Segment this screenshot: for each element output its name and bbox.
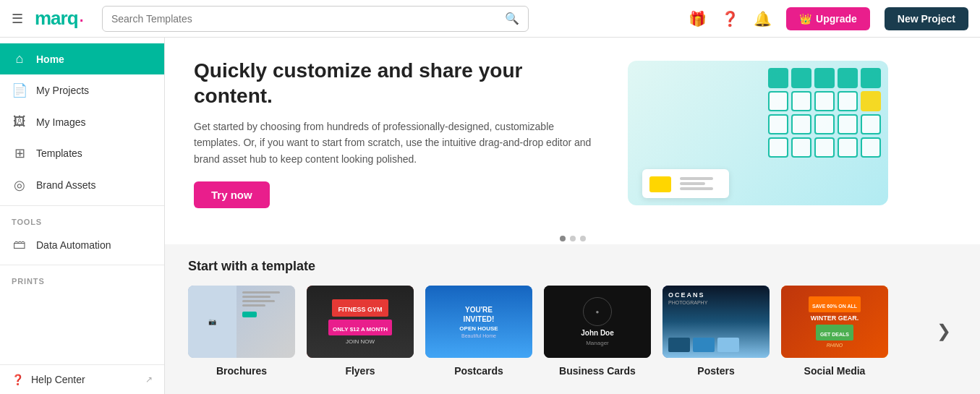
template-thumb-flyers: FITNESS GYM ONLY $12 A MONTH JOIN NOW: [307, 286, 414, 358]
grid-cell: [861, 114, 881, 134]
grid-cell: [814, 91, 835, 111]
menu-icon[interactable]: ☰: [12, 11, 23, 27]
grid-cell: [861, 68, 881, 88]
hero-banner: Quickly customize and share your content…: [165, 38, 980, 228]
sidebar-item-templates[interactable]: ⊞ Templates: [0, 137, 164, 169]
template-thumb-postcards: YOU'REINVITED! OPEN HOUSE Beautiful Home: [425, 286, 532, 358]
template-card-brochures[interactable]: 📷 Brochures: [188, 286, 295, 377]
sidebar-divider: [0, 205, 164, 206]
template-label-brochures: Brochures: [216, 365, 267, 377]
topbar: ☰ marq· 🔍 🎁 ❓ 🔔 👑 Upgrade New Project: [0, 0, 980, 38]
carousel-dot-1[interactable]: [560, 236, 566, 241]
doc-line: [680, 177, 713, 180]
grid-cell: [768, 91, 788, 111]
help-center-label: Help Center: [31, 374, 85, 385]
grid-cell: [814, 114, 835, 134]
sidebar-item-label: My Images: [36, 116, 85, 128]
grid-cell: [861, 91, 881, 111]
grid-cell: [768, 68, 788, 88]
notification-icon[interactable]: 🔔: [754, 10, 772, 27]
try-now-button[interactable]: Try now: [194, 181, 270, 208]
gift-icon[interactable]: 🎁: [689, 10, 707, 27]
scroll-next-button[interactable]: ❯: [931, 315, 957, 347]
sidebar-item-brand-assets[interactable]: ◎ Brand Assets: [0, 169, 164, 201]
images-icon: 🖼: [12, 114, 27, 129]
home-icon: ⌂: [12, 51, 27, 67]
search-input[interactable]: [111, 13, 505, 25]
upgrade-label: Upgrade: [816, 13, 857, 25]
layout: ⌂ Home 📄 My Projects 🖼 My Images ⊞ Templ…: [0, 38, 980, 394]
upgrade-icon: 👑: [799, 13, 811, 25]
template-card-flyers[interactable]: FITNESS GYM ONLY $12 A MONTH JOIN NOW Fl…: [307, 286, 414, 377]
hero-title-bold1: Quickly customize: [194, 59, 372, 82]
carousel-dot-3[interactable]: [580, 236, 586, 241]
template-thumb-brochures: 📷: [188, 286, 295, 358]
sidebar-bottom: ❓ Help Center ↗: [0, 364, 164, 394]
data-automation-icon: 🗃: [12, 237, 27, 252]
carousel-dots: [165, 228, 980, 244]
template-card-posters[interactable]: OCEANS PHOTOGRAPHY Posters: [662, 286, 770, 377]
template-scroll-wrapper: 📷 Brochures: [188, 286, 957, 377]
upgrade-button[interactable]: 👑 Upgrade: [786, 7, 870, 30]
projects-icon: 📄: [12, 82, 27, 98]
sidebar: ⌂ Home 📄 My Projects 🖼 My Images ⊞ Templ…: [0, 38, 165, 394]
templates-section-title: Start with a template: [188, 259, 957, 274]
template-label-flyers: Flyers: [345, 365, 375, 377]
search-icon[interactable]: 🔍: [505, 12, 519, 25]
grid-cell: [791, 114, 811, 134]
template-label-posters: Posters: [697, 365, 734, 377]
sidebar-nav: ⌂ Home 📄 My Projects 🖼 My Images ⊞ Templ…: [0, 38, 164, 294]
sidebar-item-help-center[interactable]: ❓ Help Center ↗: [0, 365, 164, 394]
grid-cell: [768, 114, 788, 134]
sidebar-item-label: Home: [36, 53, 64, 65]
doc-visual: [642, 169, 729, 198]
template-label-postcards: Postcards: [454, 365, 503, 377]
hero-content: Quickly customize and share your content…: [194, 58, 599, 208]
sidebar-item-label: My Projects: [36, 85, 89, 96]
brand-assets-icon: ◎: [12, 177, 27, 193]
templates-section: Start with a template 📷: [165, 244, 980, 391]
external-link-icon: ↗: [145, 374, 153, 385]
template-card-business-cards[interactable]: ● John Doe Manager Business Cards: [544, 286, 651, 377]
sidebar-item-label: Templates: [36, 147, 82, 159]
hero-title-bold2: share: [419, 59, 473, 82]
doc-line: [680, 182, 705, 185]
search-bar: 🔍: [102, 6, 529, 32]
template-card-social-media[interactable]: SAVE 60% ON ALL WINTER GEAR. GET DEALS R…: [781, 286, 888, 377]
doc-rect: [649, 176, 671, 192]
hero-description: Get started by choosing from hundreds of…: [194, 119, 599, 167]
sidebar-item-data-automation[interactable]: 🗃 Data Automation: [0, 229, 164, 260]
help-center-icon: ❓: [12, 374, 24, 385]
sidebar-item-my-projects[interactable]: 📄 My Projects: [0, 74, 164, 106]
sidebar-item-label: Brand Assets: [36, 179, 96, 191]
topbar-icons: 🎁 ❓ 🔔 👑 Upgrade New Project: [689, 7, 968, 30]
help-icon[interactable]: ❓: [721, 10, 739, 27]
template-card-postcards[interactable]: YOU'REINVITED! OPEN HOUSE Beautiful Home…: [425, 286, 532, 377]
prints-section-label: PRINTS: [0, 270, 164, 288]
grid-cell: [791, 91, 811, 111]
hero-title: Quickly customize and share your content…: [194, 58, 599, 108]
grid-cell: [838, 137, 858, 158]
grid-cell: [791, 68, 811, 88]
sidebar-item-home[interactable]: ⌂ Home: [0, 43, 164, 74]
grid-cell: [814, 137, 835, 158]
sidebar-item-my-images[interactable]: 🖼 My Images: [0, 106, 164, 137]
template-thumb-posters: OCEANS PHOTOGRAPHY: [662, 286, 770, 358]
sidebar-divider-prints: [0, 265, 164, 265]
doc-line: [680, 187, 713, 190]
grid-cell: [768, 137, 788, 158]
grid-cell: [838, 68, 858, 88]
sidebar-item-label: Data Automation: [36, 239, 111, 251]
grid-cell: [861, 137, 881, 158]
grid-cell: [814, 68, 835, 88]
grid-visual: [768, 68, 881, 158]
templates-icon: ⊞: [12, 145, 27, 161]
new-project-button[interactable]: New Project: [885, 7, 968, 30]
hero-visual: [628, 61, 888, 205]
main-content: Quickly customize and share your content…: [165, 38, 980, 394]
template-grid: 📷 Brochures: [188, 286, 931, 377]
template-label-social-media: Social Media: [804, 365, 866, 377]
carousel-dot-2[interactable]: [570, 236, 576, 241]
logo: marq·: [35, 7, 85, 30]
hero-background: [628, 61, 888, 205]
